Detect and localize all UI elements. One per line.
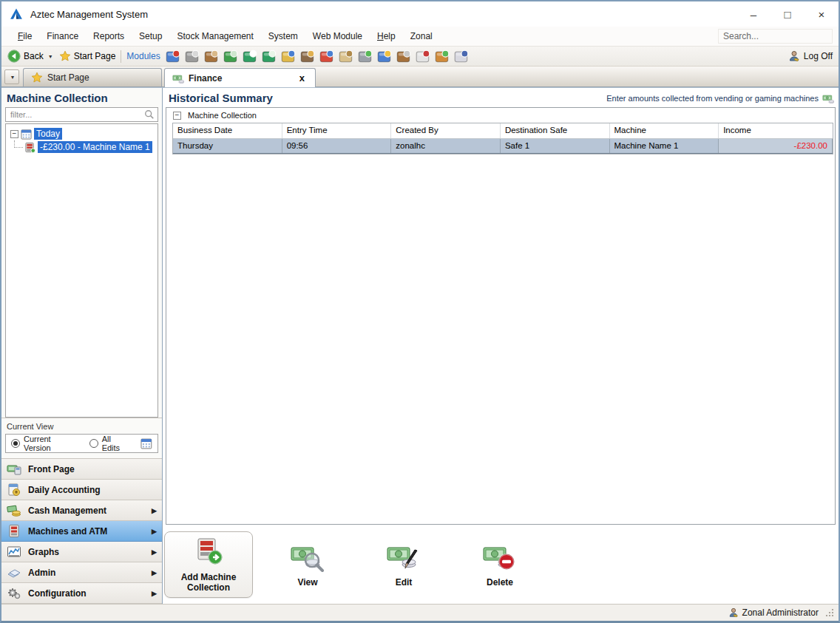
back-dropdown-icon[interactable]: ▼ [48, 54, 53, 59]
close-icon[interactable]: × [805, 1, 839, 27]
stock-box-icon[interactable] [203, 48, 220, 64]
sidebar-item-front-page[interactable]: Front Page [1, 459, 162, 480]
sidebar-item-configuration[interactable]: Configuration▶ [1, 583, 162, 604]
radio-all-edits[interactable]: All Edits [89, 435, 131, 452]
report-timer-icon[interactable] [453, 48, 470, 64]
user-person-icon [728, 607, 739, 618]
action-label: Add Machine Collection [173, 573, 244, 593]
view-button[interactable]: View [266, 540, 349, 588]
sidebar-item-cash-management[interactable]: Cash Management▶ [1, 500, 162, 521]
cell-machine: Machine Name 1 [610, 139, 719, 153]
delete-icon [482, 540, 518, 576]
delete-button[interactable]: Delete [458, 540, 541, 588]
search-document-icon[interactable] [415, 48, 431, 64]
group-label: Machine Collection [188, 111, 257, 120]
window-title: Aztec Management System [30, 9, 148, 20]
back-button[interactable]: Back ▼ [7, 50, 53, 63]
sidebar-item-admin[interactable]: Admin▶ [1, 562, 162, 583]
scroll-icon[interactable] [338, 48, 354, 64]
team-icon[interactable] [376, 48, 393, 64]
search-input[interactable] [722, 30, 839, 42]
action-label: View [297, 578, 317, 588]
column-header-created-by[interactable]: Created By [391, 123, 501, 138]
tab-list-dropdown[interactable]: ▼ [4, 69, 19, 84]
cell-destination-safe: Safe 1 [501, 139, 610, 153]
column-header-destination-safe[interactable]: Destination Safe [501, 123, 610, 138]
back-icon [7, 50, 21, 63]
admin-icon [7, 565, 21, 580]
radio-current-version[interactable]: Current Version [11, 435, 79, 452]
modules-link[interactable]: Modules [126, 51, 160, 61]
star-icon [31, 72, 43, 84]
chevron-right-icon: ▶ [152, 528, 157, 535]
palette-icon[interactable] [434, 48, 450, 64]
menu-item-web-module[interactable]: Web Module [305, 28, 370, 44]
main-panel: Historical Summary Enter amounts collect… [163, 88, 839, 604]
current-view-label: Current View [1, 418, 162, 432]
edit-button[interactable]: Edit [362, 540, 445, 588]
graphs-icon [7, 545, 21, 559]
back-label: Back [24, 51, 44, 61]
menu-item-setup[interactable]: Setup [132, 28, 169, 44]
tree-node-today-label[interactable]: Today [34, 128, 62, 140]
collapse-expander-icon[interactable]: − [10, 130, 18, 138]
menu-item-finance[interactable]: Finance [39, 28, 86, 44]
menu-item-stock-management[interactable]: Stock Management [169, 28, 260, 44]
close-tab-icon[interactable]: x [297, 72, 308, 84]
sidebar-item-daily-accounting[interactable]: Daily Accounting [1, 480, 162, 500]
person-badge-icon[interactable] [242, 48, 258, 64]
radio-button-icon[interactable] [11, 439, 20, 448]
start-page-button[interactable]: Start Page [59, 50, 116, 62]
finance-money-icon[interactable] [223, 48, 239, 64]
menu-item-system[interactable]: System [261, 28, 305, 44]
gear-icon[interactable] [184, 48, 200, 64]
filter-input[interactable] [9, 109, 144, 120]
tree-node-collection-label[interactable]: -£230.00 - Machine Name 1 [38, 141, 152, 153]
tree-connector [14, 140, 23, 148]
sidebar-item-machines-and-atm[interactable]: Machines and ATM▶ [1, 521, 162, 542]
add-machine-collection-button[interactable]: Add Machine Collection [164, 531, 253, 598]
radio-button-icon[interactable] [89, 439, 98, 448]
table-row[interactable]: Thursday09:56zonalhcSafe 1Machine Name 1… [173, 139, 833, 154]
column-header-income[interactable]: Income [719, 123, 833, 138]
resize-grip[interactable] [825, 608, 834, 617]
tab-label: Finance [189, 73, 222, 84]
tree-node-today[interactable]: − Today [7, 127, 156, 140]
menu-items: FileFinanceReportsSetupStock ManagementS… [10, 28, 440, 44]
table-header-row: Business DateEntry TimeCreated ByDestina… [173, 123, 833, 139]
machine-icon [24, 142, 35, 153]
menu-item-zonal[interactable]: Zonal [403, 28, 440, 44]
radio-label: All Edits [102, 435, 131, 452]
sidebar-item-graphs[interactable]: Graphs▶ [1, 542, 162, 562]
printer-icon[interactable] [357, 48, 373, 64]
log-off-button[interactable]: Log Off [788, 50, 833, 62]
sidebar-item-label: Machines and ATM [28, 526, 107, 537]
tree-node-collection[interactable]: -£230.00 - Machine Name 1 [7, 140, 156, 154]
binders-icon[interactable] [319, 48, 335, 64]
menu-item-reports[interactable]: Reports [86, 28, 132, 44]
tab-finance[interactable]: Financex [164, 68, 316, 87]
globe-badge-icon[interactable] [261, 48, 277, 64]
historical-summary-box: − Machine Collection Business DateEntry … [166, 107, 836, 525]
column-header-business-date[interactable]: Business Date [173, 123, 282, 138]
group-collapse-icon[interactable]: − [173, 112, 181, 120]
menu-item-help[interactable]: Help [370, 28, 403, 44]
machine-collection-tree: − Today -£230.00 - Machine Name 1 [5, 123, 158, 418]
chevron-right-icon: ▶ [152, 590, 157, 597]
safe-icon[interactable] [299, 48, 316, 64]
hint-money-icon[interactable] [822, 92, 834, 104]
tab-start-page[interactable]: Start Page [23, 68, 162, 86]
search-box [718, 29, 833, 44]
menu-item-file[interactable]: File [10, 28, 39, 44]
column-header-entry-time[interactable]: Entry Time [282, 123, 392, 138]
calendar-picker-icon[interactable] [140, 438, 152, 449]
column-header-machine[interactable]: Machine [610, 123, 719, 138]
clipboard-box-icon[interactable] [396, 48, 412, 64]
minimize-icon[interactable]: – [736, 1, 770, 27]
title-bar: Aztec Management System – □ × [1, 1, 839, 27]
organizer-icon[interactable] [280, 48, 297, 64]
filter-search-icon[interactable] [144, 109, 155, 120]
report-clock-icon[interactable] [165, 48, 181, 64]
tab-label: Start Page [47, 72, 89, 83]
maximize-icon[interactable]: □ [770, 1, 805, 27]
